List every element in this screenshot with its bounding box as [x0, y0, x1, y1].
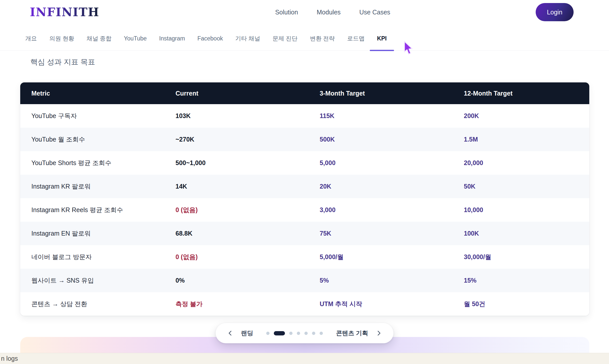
pager-dot[interactable] [320, 332, 323, 335]
nav-item-modules[interactable]: Modules [317, 9, 341, 16]
site-header: INFINITH Solution Modules Use Cases Logi… [0, 0, 609, 24]
slide-pager: 랜딩 콘텐츠 기획 [216, 323, 394, 343]
table-row: 네이버 블로그 방문자 0 (없음) 5,000/월 30,000/월 [20, 245, 589, 269]
table-row: 콘텐츠 → 상담 전환 측정 불가 UTM 추적 시작 월 50건 [20, 292, 589, 316]
cell-current: ~270K [164, 136, 309, 143]
prev-slide-label[interactable]: 랜딩 [241, 329, 253, 337]
cell-current: 0 (없음) [164, 253, 309, 261]
cell-target3: 115K [309, 112, 453, 120]
page-tabbar: 개요 의원 현황 채널 종합 YouTube Instagram Faceboo… [0, 24, 609, 51]
col-header-current: Current [164, 90, 309, 97]
cell-target3: 20K [309, 183, 453, 190]
col-header-target12: 12-Month Target [453, 90, 589, 97]
cell-target12: 10,000 [453, 206, 589, 214]
cell-current: 14K [164, 183, 309, 190]
cell-target3: 500K [309, 136, 453, 143]
pager-dots [266, 331, 323, 335]
col-header-target3: 3-Month Target [309, 90, 453, 97]
tab-overview[interactable]: 개요 [25, 27, 37, 50]
cell-current: 103K [164, 112, 309, 120]
tab-conversion-strategy[interactable]: 변환 전략 [310, 27, 335, 50]
page-title: 핵심 성과 지표 목표 [30, 57, 609, 67]
chevron-right-icon[interactable] [376, 330, 382, 336]
cell-current: 68.8K [164, 230, 309, 237]
table-row: Instagram EN 팔로워 68.8K 75K 100K [20, 222, 589, 245]
cell-metric: Instagram EN 팔로워 [20, 229, 164, 238]
table-row: Instagram KR Reels 평균 조회수 0 (없음) 3,000 1… [20, 198, 589, 222]
next-slide-label[interactable]: 콘텐츠 기획 [336, 329, 368, 337]
tab-member-status[interactable]: 의원 현황 [49, 27, 74, 50]
cell-metric: 네이버 블로그 방문자 [20, 253, 164, 261]
cell-current: 측정 불가 [164, 300, 309, 308]
pager-dot-active[interactable] [274, 331, 285, 335]
tab-other-channels[interactable]: 기타 채널 [235, 27, 260, 50]
cell-current: 0 (없음) [164, 206, 309, 214]
cell-target12: 100K [453, 230, 589, 237]
cell-target3: 5% [309, 277, 453, 284]
tab-channel-summary[interactable]: 채널 종합 [86, 27, 111, 50]
pager-dot[interactable] [304, 332, 308, 335]
pager-dot[interactable] [266, 332, 270, 335]
pager-dot[interactable] [312, 332, 315, 335]
cell-metric: Instagram KR Reels 평균 조회수 [20, 206, 164, 214]
logo: INFINITH [30, 5, 99, 19]
cell-current: 0% [164, 277, 309, 284]
table-row: YouTube Shorts 평균 조회수 500~1,000 5,000 20… [20, 151, 589, 175]
pager-dot[interactable] [289, 332, 293, 335]
cell-metric: YouTube 월 조회수 [20, 135, 164, 144]
nav-item-solution[interactable]: Solution [275, 9, 298, 16]
cell-metric: 콘텐츠 → 상담 전환 [20, 300, 164, 308]
chevron-left-icon[interactable] [227, 330, 233, 336]
cell-target3: UTM 추적 시작 [309, 300, 453, 308]
cell-target3: 75K [309, 230, 453, 237]
cell-metric: 웹사이트 → SNS 유입 [20, 276, 164, 285]
cell-target3: 5,000 [309, 159, 453, 167]
tab-problem-diagnosis[interactable]: 문제 진단 [273, 27, 297, 50]
table-body: YouTube 구독자 103K 115K 200K YouTube 월 조회수… [20, 104, 589, 316]
cell-metric: YouTube 구독자 [20, 112, 164, 120]
cell-metric: YouTube Shorts 평균 조회수 [20, 159, 164, 167]
table-row: 웹사이트 → SNS 유입 0% 5% 15% [20, 269, 589, 292]
login-button[interactable]: Login [536, 3, 574, 21]
table-row: YouTube 월 조회수 ~270K 500K 1.5M [20, 128, 589, 151]
cell-target12: 200K [453, 112, 589, 120]
col-header-metric: Metric [20, 90, 164, 97]
cell-metric: Instagram KR 팔로워 [20, 182, 164, 191]
kpi-table: Metric Current 3-Month Target 12-Month T… [20, 82, 589, 316]
nav-item-use-cases[interactable]: Use Cases [359, 9, 390, 16]
tab-instagram[interactable]: Instagram [159, 27, 185, 50]
cell-current: 500~1,000 [164, 159, 309, 167]
cell-target12: 50K [453, 183, 589, 190]
cell-target3: 5,000/월 [309, 253, 453, 261]
cell-target12: 1.5M [453, 136, 589, 143]
main-nav: Solution Modules Use Cases [275, 9, 390, 16]
tab-youtube[interactable]: YouTube [124, 27, 147, 50]
tab-kpi[interactable]: KPI [377, 27, 387, 50]
cell-target12: 월 50건 [453, 300, 589, 308]
tab-roadmap[interactable]: 로드맵 [347, 27, 365, 50]
cell-target12: 20,000 [453, 159, 589, 167]
status-text: n logs [1, 355, 18, 362]
table-header-row: Metric Current 3-Month Target 12-Month T… [20, 82, 589, 104]
cell-target12: 30,000/월 [453, 253, 589, 261]
cell-target3: 3,000 [309, 206, 453, 214]
pager-dot[interactable] [297, 332, 300, 335]
tab-facebook[interactable]: Facebook [197, 27, 223, 50]
cell-target12: 15% [453, 277, 589, 284]
bottom-status-bar: n logs [0, 353, 609, 364]
table-row: YouTube 구독자 103K 115K 200K [20, 104, 589, 128]
table-row: Instagram KR 팔로워 14K 20K 50K [20, 175, 589, 198]
